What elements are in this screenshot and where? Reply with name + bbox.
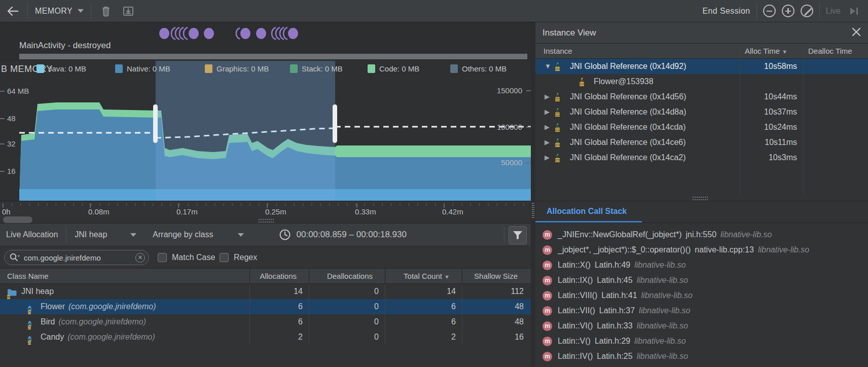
class-table-header[interactable]: Class NameAllocationsDeallocationsTotal … [0, 269, 531, 284]
clear-search-icon[interactable]: ✕ [135, 253, 145, 263]
expander-icon[interactable]: ▶ [545, 123, 550, 131]
frame-location: Latin.h:45 [597, 276, 632, 284]
time-axis-label: 0.25m [265, 207, 286, 216]
legend-label: Stack: 0 MB [302, 64, 343, 73]
legend-item: Native: 0 MB [115, 64, 170, 73]
legend-swatch [205, 64, 212, 73]
legend-item: Graphics: 0 MB [205, 64, 269, 73]
time-axis-label: 0.08m [88, 207, 110, 216]
horizontal-splitter-grip[interactable] [259, 219, 274, 223]
alloc-time-value: 10s37ms [740, 104, 797, 120]
instance-row[interactable]: ▶ f JNI Global Reference (0x14ce6) 10s11… [535, 135, 868, 150]
stack-frame[interactable]: m Latin::VIII()Latin.h:41libnative-lib.s… [535, 288, 868, 303]
filter-button[interactable] [509, 226, 527, 244]
expander-icon[interactable]: ▶ [545, 108, 550, 116]
stack-frame[interactable]: m Latin::V()Latin.h:29libnative-lib.so [535, 334, 868, 349]
method-icon: m [542, 261, 552, 270]
instance-row[interactable]: ▶ f JNI Global Reference (0x14cda) 10s24… [535, 120, 868, 135]
match-case-checkbox[interactable] [158, 253, 167, 262]
frame-method: Latin::VIII() [558, 291, 597, 300]
vertical-splitter[interactable] [531, 22, 535, 367]
frame-method: Latin::V() [558, 337, 591, 345]
column-header[interactable]: Total Count ▼ [385, 269, 456, 284]
selection-handle-left [153, 104, 158, 143]
stack-frame[interactable]: m Latin::IX()Latin.h:45libnative-lib.so [535, 273, 868, 288]
frame-location: Latin.h:25 [597, 352, 632, 360]
live-button[interactable]: Live [826, 7, 841, 16]
stack-frame[interactable]: m Latin::VII()Latin.h:37libnative-lib.so [535, 303, 868, 318]
table-row[interactable]: c Candy(com.google.jnirefdemo) 2 0 2 16 [0, 329, 531, 345]
match-case-option[interactable]: Match Case [158, 253, 215, 262]
instance-label: JNI Global Reference (0x14d8a) [570, 104, 686, 120]
table-row[interactable]: c Bird(com.google.jnirefdemo) 6 0 6 48 [0, 314, 531, 329]
instance-column-header[interactable]: Instance [544, 44, 736, 59]
close-icon[interactable] [852, 27, 861, 39]
expander-icon[interactable]: ▶ [545, 93, 550, 100]
arrange-select[interactable]: Arrange by class [153, 230, 243, 239]
method-icon: m [542, 337, 552, 346]
timeline-scrollbar[interactable] [3, 216, 32, 223]
frame-method: Latin::X() [558, 261, 591, 269]
stack-frame[interactable]: m _jobject*, _jobject*)::$_0::operator()… [535, 242, 868, 258]
profiler-selector[interactable]: MEMORY [35, 7, 84, 16]
go-to-live-icon[interactable] [847, 4, 862, 19]
table-row[interactable]: JNI heap 14 0 14 112 [0, 284, 531, 299]
instance-table-header[interactable]: Instance Alloc Time ▼ Dealloc Time [535, 44, 868, 59]
instance-row[interactable]: ▼ f JNI Global Reference (0x14d92) 10s58… [535, 59, 868, 74]
selection-time-range: 00:00:08.859 – 00:00:18.930 [297, 230, 407, 240]
frame-module: libnative-lib.so [720, 230, 772, 239]
regex-checkbox[interactable] [220, 253, 229, 262]
dealloc-time-column-header[interactable]: Dealloc Time [808, 44, 866, 59]
frame-location: native-lib.cpp:13 [695, 245, 754, 254]
legend-item: Stack: 0 MB [290, 64, 343, 73]
export-heap-dump-icon[interactable] [121, 4, 136, 19]
legend-item: Others: 0 MB [450, 64, 507, 73]
column-header[interactable]: Shallow Size [462, 269, 524, 284]
jni-heap-folder-icon [7, 289, 17, 298]
time-axis[interactable]: 0h0.08m0.17m0.25m0.33m0.42m [0, 201, 531, 218]
instance-row[interactable]: ▶ f JNI Global Reference (0x14d8a) 10s37… [535, 104, 868, 120]
search-input-value: com.google.jnirefdemo [24, 253, 135, 262]
toolbar-divider [756, 4, 757, 19]
memory-profiler-window: MEMORY End Session Live [0, 0, 868, 367]
instance-view-header: Instance View [535, 22, 868, 44]
method-icon: m [542, 276, 552, 285]
memory-chart[interactable]: B MEMORY Java: 0 MBNative: 0 MBGraphics:… [0, 61, 531, 201]
horizontal-splitter-grip[interactable] [693, 197, 708, 200]
end-session-button[interactable]: End Session [702, 7, 750, 16]
expander-icon[interactable]: ▶ [545, 154, 550, 161]
back-arrow-icon[interactable] [5, 4, 20, 19]
heap-select[interactable]: JNI heap [75, 230, 136, 239]
alloc-time-value: 10s44ms [740, 89, 797, 104]
trash-icon[interactable] [98, 4, 114, 19]
tab-allocation-call-stack[interactable]: Allocation Call Stack [547, 207, 627, 216]
stack-frame[interactable]: m Latin::IV()Latin.h:25libnative-lib.so [535, 349, 868, 364]
tab-underline [535, 221, 642, 223]
expander-icon[interactable]: ▶ [545, 138, 550, 146]
stack-frame[interactable]: m _JNIEnv::NewGlobalRef(_jobject*)jni.h:… [535, 227, 868, 242]
alloc-time-column-header[interactable]: Alloc Time ▼ [745, 44, 799, 59]
class-table: Class NameAllocationsDeallocationsTotal … [0, 269, 531, 367]
class-icon: c [28, 336, 31, 344]
table-row[interactable]: c Flower(com.google.jnirefdemo) 6 0 6 48 [0, 299, 531, 314]
instance-row[interactable]: f Flower@153938 [535, 74, 868, 89]
stack-frame[interactable]: m Latin::VI()Latin.h:33libnative-lib.so [535, 318, 868, 334]
instance-row[interactable]: ▶ f JNI Global Reference (0x14d56) 10s44… [535, 89, 868, 104]
zoom-in-button[interactable] [782, 5, 794, 17]
column-header[interactable]: Deallocations [309, 269, 379, 284]
callstack-tab-bar: Allocation Call Stack [535, 201, 868, 223]
memory-area-chart[interactable] [0, 61, 531, 201]
allocation-toolbar: Live Allocation JNI heap Arrange by clas… [0, 223, 531, 246]
instance-row[interactable]: ▶ f JNI Global Reference (0x14ca2) 10s3m… [535, 150, 868, 165]
column-header[interactable]: Allocations [250, 269, 303, 284]
stack-frame[interactable]: m Latin::X()Latin.h:49libnative-lib.so [535, 258, 868, 273]
expander-icon[interactable]: ▼ [545, 62, 551, 70]
method-icon: m [542, 321, 552, 331]
search-input[interactable]: com.google.jnirefdemo ✕ [4, 250, 149, 265]
vertical-splitter-grip[interactable] [532, 203, 534, 218]
reset-zoom-button[interactable] [801, 5, 813, 17]
toolbar-divider [819, 4, 820, 19]
regex-option[interactable]: Regex [220, 253, 257, 262]
zoom-out-button[interactable] [763, 5, 776, 17]
column-header[interactable]: Class Name [7, 269, 129, 284]
